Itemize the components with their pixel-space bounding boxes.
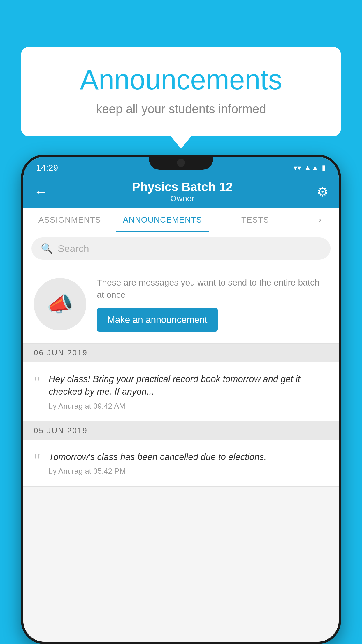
settings-button[interactable]: ⚙: [317, 184, 328, 199]
app-bar-subtitle: Owner: [48, 194, 317, 203]
tabs-bar: ASSIGNMENTS ANNOUNCEMENTS TESTS ›: [23, 208, 339, 232]
app-bar: ← Physics Batch 12 Owner ⚙: [23, 176, 339, 208]
promo-content: These are messages you want to send to t…: [97, 276, 328, 332]
battery-icon: ▮: [322, 163, 326, 172]
announcement-meta-1: by Anurag at 09:42 AM: [49, 402, 328, 411]
app-bar-title: Physics Batch 12: [48, 180, 317, 194]
announcement-text-2: Tomorrow's class has been cancelled due …: [49, 451, 328, 463]
status-time: 14:29: [36, 163, 58, 173]
date-separator-2: 05 JUN 2019: [23, 421, 339, 440]
announcement-content-1: Hey class! Bring your practical record b…: [49, 373, 328, 411]
status-icons: ▾▾ ▲▲ ▮: [294, 163, 326, 172]
speech-bubble-container: Announcements keep all your students inf…: [21, 47, 341, 136]
speech-bubble: Announcements keep all your students inf…: [21, 47, 341, 136]
bubble-title: Announcements: [44, 64, 318, 95]
phone-camera: [177, 159, 185, 167]
phone-container: 14:29 ▾▾ ▲▲ ▮ ← Physics Batch 12 Owner ⚙: [21, 155, 341, 644]
quote-icon-2: ": [34, 452, 41, 468]
screen-content: 🔍 Search 📣 These are messages you want t…: [23, 232, 339, 642]
quote-icon-1: ": [34, 374, 41, 390]
search-bar-container: 🔍 Search: [23, 232, 339, 265]
tab-assignments[interactable]: ASSIGNMENTS: [23, 208, 116, 232]
make-announcement-button[interactable]: Make an announcement: [97, 308, 218, 332]
app-bar-center: Physics Batch 12 Owner: [48, 180, 317, 203]
announcement-content-2: Tomorrow's class has been cancelled due …: [49, 451, 328, 476]
bubble-subtitle: keep all your students informed: [44, 102, 318, 116]
search-icon: 🔍: [41, 243, 53, 254]
phone-notch: [149, 155, 213, 170]
phone-screen: 14:29 ▾▾ ▲▲ ▮ ← Physics Batch 12 Owner ⚙: [23, 157, 339, 642]
megaphone-icon: 📣: [47, 292, 73, 316]
promo-description: These are messages you want to send to t…: [97, 276, 328, 301]
back-button[interactable]: ←: [34, 184, 48, 200]
signal-icon: ▲▲: [304, 163, 319, 172]
date-separator-1: 06 JUN 2019: [23, 344, 339, 362]
search-bar[interactable]: 🔍 Search: [31, 237, 331, 260]
tab-announcements[interactable]: ANNOUNCEMENTS: [116, 208, 209, 232]
announcement-meta-2: by Anurag at 05:42 PM: [49, 467, 328, 476]
promo-card: 📣 These are messages you want to send to…: [23, 265, 339, 344]
wifi-icon: ▾▾: [294, 163, 301, 172]
promo-icon-circle: 📣: [34, 278, 86, 330]
search-placeholder: Search: [58, 243, 89, 254]
phone-frame: 14:29 ▾▾ ▲▲ ▮ ← Physics Batch 12 Owner ⚙: [21, 155, 341, 644]
announcement-item-1: " Hey class! Bring your practical record…: [23, 362, 339, 421]
tab-more[interactable]: ›: [302, 208, 339, 232]
tab-tests[interactable]: TESTS: [209, 208, 301, 232]
announcement-text-1: Hey class! Bring your practical record b…: [49, 373, 328, 398]
announcement-item-2: " Tomorrow's class has been cancelled du…: [23, 440, 339, 487]
